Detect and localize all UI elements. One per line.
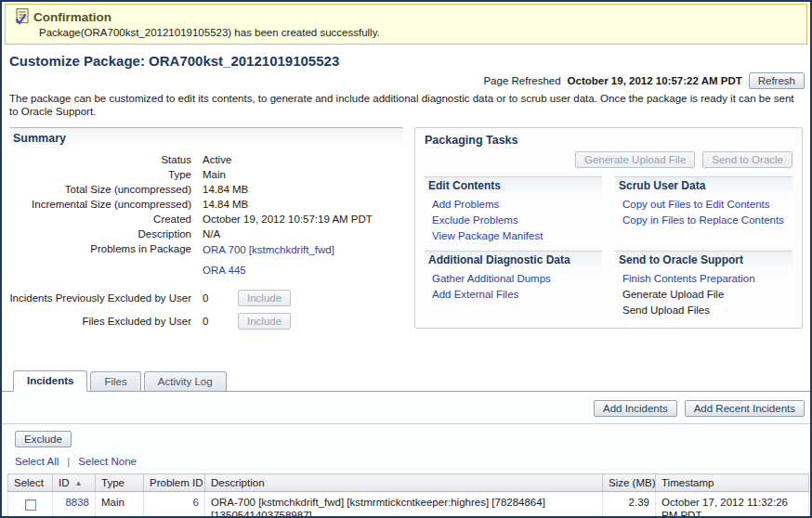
incidents-tab-panel: Add Incidents Add Recent Incidents Exclu…: [2, 392, 810, 516]
summary-row-type: Type Main: [9, 167, 403, 182]
include-files-button[interactable]: Include: [238, 313, 291, 330]
summary-row-incidents-excluded: Incidents Previously Excluded by User 0 …: [9, 286, 403, 309]
add-external-files-link[interactable]: Add External Files: [425, 287, 602, 303]
tab-incidents[interactable]: Incidents: [13, 370, 87, 392]
edit-contents-title: Edit Contents: [425, 176, 602, 194]
exclude-problems-link[interactable]: Exclude Problems: [425, 213, 602, 228]
select-all-link[interactable]: Select All: [15, 456, 59, 467]
incident-description-cell: ORA-700 [kstmchkdrift_fwd] [kstmrmtickcn…: [205, 492, 603, 517]
include-incidents-button[interactable]: Include: [238, 290, 291, 306]
column-header-description[interactable]: Description: [205, 474, 603, 492]
incident-select-checkbox[interactable]: [25, 499, 36, 511]
summary-row-files-excluded: Files Excluded by User 0 Include: [9, 309, 403, 332]
refresh-button[interactable]: Refresh: [749, 72, 805, 89]
field-label: Type: [9, 169, 203, 180]
page-title: Customize Package: ORA700kst_20121019105…: [9, 53, 803, 69]
summary-row-created: Created October 19, 2012 10:57:19 AM PDT: [9, 212, 403, 227]
summary-title: Summary: [9, 127, 403, 152]
send-upload-files-item: Send Upload Files: [615, 303, 792, 318]
page-refreshed-label: Page Refreshed: [483, 75, 560, 86]
column-header-size[interactable]: Size (MB): [603, 474, 656, 492]
edit-contents-group: Edit Contents Add Problems Exclude Probl…: [425, 176, 602, 244]
tab-activity-log[interactable]: Activity Log: [144, 371, 227, 391]
finish-contents-preparation-link[interactable]: Finish Contents Preparation: [615, 271, 792, 287]
field-value: 14.84 MB: [203, 199, 403, 210]
send-to-oracle-support-group: Send to Oracle Support Finish Contents P…: [615, 251, 792, 318]
column-header-id[interactable]: ID▲: [53, 474, 96, 492]
field-value: 0: [203, 292, 238, 304]
field-value: October 19, 2012 10:57:19 AM PDT: [203, 214, 403, 225]
view-package-manifest-link[interactable]: View Package Manifest: [425, 228, 602, 244]
page-refreshed-time: October 19, 2012 10:57:22 AM PDT: [568, 75, 742, 86]
send-to-oracle-button[interactable]: Send to Oracle: [702, 151, 792, 168]
table-row: 8838 Main 6 ORA-700 [kstmchkdrift_fwd] […: [8, 492, 809, 517]
page-description: The package can be customized to edit it…: [9, 92, 803, 118]
problem-link-ora700[interactable]: ORA 700 [kstmchkdrift_fwd]: [203, 244, 334, 255]
field-label: Incremental Size (uncompressed): [9, 199, 203, 210]
page-refreshed-row: Page Refreshed October 19, 2012 10:57:22…: [7, 72, 805, 89]
summary-row-status: Status Active: [9, 152, 403, 167]
scrub-user-data-title: Scrub User Data: [615, 176, 792, 194]
confirmation-icon: [13, 7, 32, 26]
incident-id-link[interactable]: 8838: [65, 497, 89, 508]
banner-message: Package(ORA700kst_20121019105523) has be…: [39, 27, 799, 38]
field-label: Total Size (uncompressed): [9, 184, 203, 195]
scrub-user-data-group: Scrub User Data Copy out Files to Edit C…: [615, 176, 792, 244]
field-label: Files Excluded by User: [9, 316, 203, 327]
generate-upload-file-button[interactable]: Generate Upload File: [575, 151, 695, 168]
table-header-row: Select ID▲ Type Problem ID Description S…: [8, 474, 809, 492]
summary-section: Summary Status Active Type Main Total Si…: [9, 127, 403, 332]
field-label: Incidents Previously Excluded by User: [9, 292, 203, 304]
incident-type-cell: Main: [96, 492, 144, 517]
main-area: Summary Status Active Type Main Total Si…: [9, 127, 803, 361]
copy-in-files-link[interactable]: Copy in Files to Replace Contents: [615, 213, 792, 228]
link-separator: |: [67, 456, 70, 467]
column-header-timestamp[interactable]: Timestamp: [656, 474, 809, 492]
send-to-oracle-support-title: Send to Oracle Support: [615, 251, 792, 268]
customize-package-page: Confirmation Package(ORA700kst_201210191…: [0, 0, 812, 518]
packaging-tasks-section: Packaging Tasks Generate Upload File Sen…: [414, 127, 803, 329]
incidents-table: Select ID▲ Type Problem ID Description S…: [7, 473, 809, 516]
banner-title: Confirmation: [33, 10, 111, 24]
additional-diagnostic-data-title: Additional Diagnostic Data: [425, 251, 602, 268]
incident-timestamp-cell: October 17, 2012 11:32:26 PM PDT: [656, 492, 809, 517]
sort-ascending-icon: ▲: [75, 479, 83, 487]
additional-diagnostic-data-group: Additional Diagnostic Data Gather Additi…: [425, 251, 602, 318]
field-value: Active: [203, 154, 403, 165]
generate-upload-file-item: Generate Upload File: [615, 287, 792, 303]
copy-out-files-link[interactable]: Copy out Files to Edit Contents: [615, 197, 792, 213]
problem-link-ora445[interactable]: ORA 445: [203, 265, 246, 276]
column-header-select: Select: [8, 474, 53, 492]
field-value: 14.84 MB: [203, 184, 403, 195]
select-none-link[interactable]: Select None: [78, 456, 137, 467]
confirmation-banner: Confirmation Package(ORA700kst_201210191…: [5, 4, 807, 45]
summary-row-description: Description N/A: [9, 227, 403, 241]
field-value: N/A: [203, 228, 403, 240]
problem-id-link[interactable]: 6: [193, 497, 199, 508]
exclude-button[interactable]: Exclude: [15, 431, 72, 447]
add-problems-link[interactable]: Add Problems: [425, 197, 602, 213]
field-label: Description: [9, 228, 203, 240]
summary-row-incremental-size: Incremental Size (uncompressed) 14.84 MB: [9, 197, 403, 212]
summary-row-problems: Problems in Package ORA 700 [kstmchkdrif…: [9, 241, 403, 286]
add-recent-incidents-button[interactable]: Add Recent Incidents: [685, 400, 805, 417]
field-label: Problems in Package: [9, 243, 203, 254]
gather-additional-dumps-link[interactable]: Gather Additional Dumps: [425, 271, 602, 287]
packaging-tasks-title: Packaging Tasks: [425, 134, 792, 147]
field-value: 0: [203, 316, 238, 327]
field-label: Status: [9, 154, 203, 165]
add-incidents-button[interactable]: Add Incidents: [594, 400, 677, 417]
summary-row-total-size: Total Size (uncompressed) 14.84 MB: [9, 182, 403, 197]
tab-files[interactable]: Files: [90, 371, 140, 391]
column-header-type[interactable]: Type: [96, 474, 144, 492]
tab-bar: Incidents Files Activity Log: [2, 361, 810, 392]
field-label: Created: [9, 214, 203, 225]
field-value: Main: [203, 169, 403, 180]
column-header-problem-id[interactable]: Problem ID: [144, 474, 205, 492]
incident-size-cell: 2.39: [603, 492, 656, 517]
